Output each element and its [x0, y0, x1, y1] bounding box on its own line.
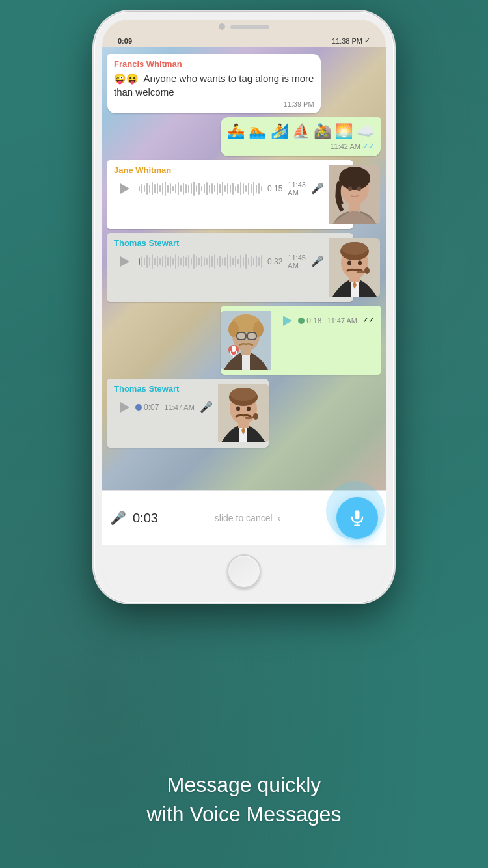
jane-play-btn[interactable]	[114, 179, 133, 198]
mic-button-circle[interactable]	[336, 497, 378, 539]
svg-point-38	[247, 406, 251, 411]
msg-francis-text: Francis Whitman 😜😝 Anyone who wants to t…	[107, 54, 321, 113]
mic-button-large[interactable]	[336, 497, 378, 539]
svg-point-37	[236, 406, 240, 411]
svg-point-14	[347, 260, 351, 265]
camera-area	[102, 20, 386, 33]
sent-voice-row[interactable]: 0:18 11:47 AM ✓✓	[277, 311, 374, 331]
sender-name-jane: Jane Whitman	[114, 165, 324, 175]
thomas-voice-row-1[interactable]: 0:32 11:45 AM 🎤	[114, 252, 324, 271]
thomas-mic-icon-1: 🎤	[311, 255, 324, 267]
emoji-content: 🚣 🏊 🏄 ⛵ 🚵 🌅 ☁️	[227, 122, 374, 141]
jane-avatar	[329, 165, 380, 224]
sent-play-btn[interactable]	[277, 311, 296, 331]
status-bar: 0:09 11:38 PM ✓	[102, 33, 386, 47]
sent-avatar-svg	[221, 311, 271, 370]
thomas-time-2: 11:47 AM	[164, 403, 194, 411]
svg-point-36	[230, 388, 256, 401]
jane-time: 11:43 AM	[288, 181, 306, 197]
jane-voice-row[interactable]: 0:15 11:43 AM 🎤	[114, 179, 324, 198]
sent-check: ✓✓	[362, 316, 374, 325]
thomas-duration-1: 0:32	[267, 257, 282, 266]
thomas-voice-content-1: Thomas Stewart	[114, 238, 329, 297]
jane-avatar-svg	[329, 165, 380, 224]
svg-rect-28	[232, 346, 236, 352]
msg-text-francis: 😜😝 Anyone who wants to tag along is more…	[114, 72, 314, 99]
jane-duration: 0:15	[267, 184, 282, 193]
sender-name-thomas-1: Thomas Stewart	[114, 238, 324, 248]
sent-avatar	[221, 311, 271, 370]
slide-to-cancel-text: slide to cancel ‹	[165, 513, 330, 523]
sender-name-francis: Francis Whitman	[114, 59, 314, 69]
jane-waveform	[139, 181, 262, 197]
check-icon: ✓	[364, 36, 370, 45]
msg-meta-francis: 11:39 PM	[114, 100, 314, 108]
jane-voice-content: Jane Whitman	[114, 165, 329, 224]
sent-duration: 0:18	[306, 316, 321, 325]
msg-sent-emoji: 🚣 🏊 🏄 ⛵ 🚵 🌅 ☁️ 11:42 AM ✓✓	[221, 117, 381, 156]
status-right-time: 11:38 PM ✓	[332, 36, 370, 45]
sender-name-thomas-2: Thomas Stewart	[114, 384, 213, 394]
thomas-avatar-1	[329, 238, 380, 297]
msg-sent-voice[interactable]: 0:18 11:47 AM ✓✓	[221, 306, 381, 375]
svg-rect-25	[247, 332, 256, 340]
thomas-play-icon-1[interactable]	[120, 256, 129, 267]
phone-screen: 0:09 11:38 PM ✓ Francis Whitman 😜😝 Anyon…	[102, 20, 386, 595]
thomas-voice-content-2: Thomas Stewart 0:07 11:47 AM 🎤	[114, 384, 218, 442]
svg-point-4	[348, 186, 352, 191]
check-double: ✓✓	[362, 142, 374, 150]
home-button-area	[102, 545, 386, 595]
recording-mic-icon: 🎤	[110, 510, 126, 526]
thomas-duration-2: 0:07	[144, 403, 159, 412]
thomas-voice-row-2[interactable]: 0:07 11:47 AM 🎤	[114, 398, 213, 417]
msg-thomas-voice-2[interactable]: Thomas Stewart 0:07 11:47 AM 🎤	[107, 379, 269, 448]
promo-text: Message quickly with Voice Messages	[0, 770, 488, 829]
jane-mic-icon: 🎤	[311, 182, 324, 195]
phone-wrapper: 0:09 11:38 PM ✓ Francis Whitman 😜😝 Anyon…	[94, 12, 394, 603]
thomas-play-btn-2[interactable]	[114, 398, 133, 417]
mic-button-icon	[348, 509, 366, 527]
front-camera	[219, 23, 225, 30]
jane-play-icon[interactable]	[120, 183, 129, 194]
sent-voice-content: 0:18 11:47 AM ✓✓	[271, 311, 374, 370]
recording-time: 0:03	[133, 511, 159, 526]
speaker-grill	[230, 25, 269, 29]
sent-time: 11:47 AM	[327, 317, 357, 325]
svg-rect-24	[237, 332, 246, 340]
input-bar[interactable]: 🎤 0:03 slide to cancel ‹	[102, 490, 386, 545]
thomas-avatar-svg-2	[218, 384, 269, 442]
home-button[interactable]	[227, 554, 261, 588]
thomas-play-icon-2[interactable]	[120, 402, 129, 413]
thomas-waveform-1	[139, 254, 262, 269]
thomas-play-btn-1[interactable]	[114, 252, 133, 271]
msg-meta-emoji: 11:42 AM ✓✓	[227, 142, 374, 151]
svg-point-39	[253, 413, 258, 420]
phone-shell: 0:09 11:38 PM ✓ Francis Whitman 😜😝 Anyon…	[94, 12, 394, 603]
svg-point-16	[364, 267, 370, 274]
thomas-mic-icon-2: 🎤	[200, 401, 213, 413]
sent-play-icon[interactable]	[283, 316, 292, 326]
status-left: 0:09	[118, 37, 132, 45]
msg-thomas-voice-1[interactable]: Thomas Stewart	[107, 233, 353, 302]
thomas-avatar-svg-1	[329, 238, 380, 297]
svg-point-5	[357, 186, 361, 191]
chat-area[interactable]: Francis Whitman 😜😝 Anyone who wants to t…	[102, 47, 386, 490]
thomas-time-1: 11:45 AM	[288, 254, 306, 269]
svg-point-15	[358, 260, 362, 265]
cancel-arrow-icon: ‹	[277, 513, 280, 523]
svg-point-3	[339, 167, 370, 190]
svg-rect-40	[355, 510, 360, 519]
thomas-avatar-2	[218, 384, 269, 442]
svg-point-13	[342, 242, 368, 255]
msg-jane-voice[interactable]: Jane Whitman	[107, 160, 353, 229]
